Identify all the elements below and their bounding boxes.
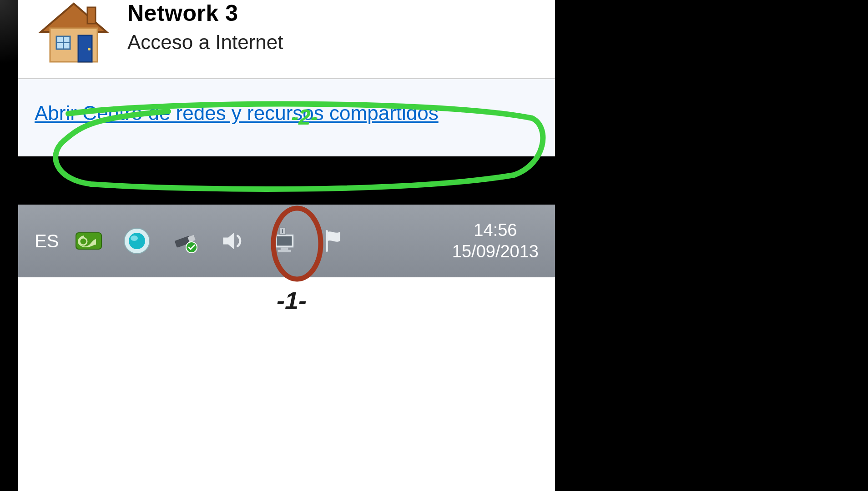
open-network-sharing-center-link[interactable]: Abrir Centro de redes y recursos compart… (35, 102, 439, 124)
svg-point-12 (129, 233, 145, 249)
language-indicator[interactable]: ES (35, 231, 59, 251)
svg-rect-19 (281, 247, 288, 250)
nvidia-icon[interactable] (71, 223, 107, 259)
background-white-area (18, 277, 555, 491)
letterbox-right (836, 0, 868, 491)
clock-time: 14:56 (452, 220, 539, 241)
network-text-block: Network 3 Acceso a Internet (127, 0, 283, 54)
network-flyout-panel: Network 3 Acceso a Internet Abrir Centro… (18, 0, 555, 156)
current-network-row[interactable]: Network 3 Acceso a Internet (18, 0, 555, 78)
svg-point-3 (88, 48, 91, 50)
stage: Network 3 Acceso a Internet Abrir Centro… (0, 0, 868, 491)
taskbar: ES (18, 205, 555, 277)
svg-rect-20 (278, 250, 291, 252)
background-shadow (0, 0, 18, 77)
network-connection-icon[interactable] (263, 223, 303, 259)
home-network-icon (33, 0, 115, 68)
media-orb-icon[interactable] (119, 223, 155, 259)
network-status: Acceso a Internet (127, 31, 283, 54)
svg-point-13 (131, 235, 138, 241)
svg-rect-7 (87, 7, 96, 24)
action-center-flag-icon[interactable] (315, 223, 352, 259)
svg-point-9 (81, 239, 86, 244)
clock-date: 15/09/2013 (452, 241, 539, 263)
network-sharing-center-area: Abrir Centro de redes y recursos compart… (18, 79, 555, 156)
taskbar-clock[interactable]: 14:56 15/09/2013 (452, 220, 539, 263)
safely-remove-hardware-icon[interactable] (167, 223, 203, 259)
system-tray (71, 223, 352, 259)
network-name: Network 3 (127, 0, 283, 26)
volume-icon[interactable] (215, 223, 252, 259)
svg-rect-18 (277, 236, 292, 246)
